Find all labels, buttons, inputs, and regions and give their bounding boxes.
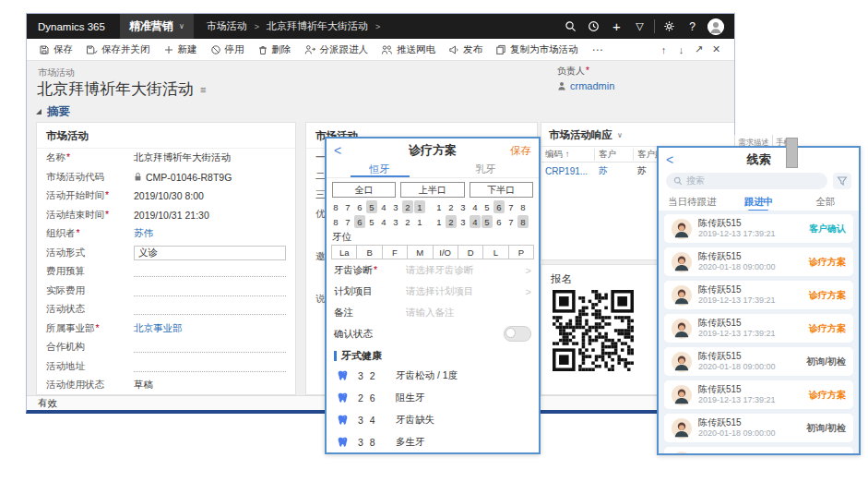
tooth-cell[interactable]: 7 bbox=[505, 215, 517, 228]
help-icon[interactable]: ? bbox=[681, 14, 704, 39]
field-value[interactable]: 义诊 bbox=[134, 246, 286, 260]
treatment-field-row[interactable]: 牙齿诊断*请选择牙齿诊断> bbox=[327, 259, 539, 281]
quick-create-icon[interactable]: + bbox=[605, 14, 628, 39]
field-value[interactable] bbox=[134, 304, 286, 315]
lead-list-item[interactable]: 陈传跃515 bbox=[664, 447, 853, 453]
tooth-cell[interactable]: 2 bbox=[446, 200, 457, 213]
response-card-title[interactable]: 市场活动响应 bbox=[549, 128, 612, 142]
field-value[interactable]: 2019/10/30 8:00 bbox=[134, 190, 286, 201]
surface-cell[interactable]: I/O bbox=[433, 246, 458, 259]
command-button[interactable]: 停用 bbox=[204, 39, 251, 60]
tooth-cell[interactable]: 2 bbox=[402, 215, 413, 228]
tooth-cell[interactable]: 6 bbox=[493, 215, 505, 228]
treatment-field-row[interactable]: 计划项目请选择计划项目> bbox=[327, 281, 539, 302]
mouth-region-button[interactable]: 全口 bbox=[332, 182, 396, 198]
field-value[interactable]: 2019/10/31 21:30 bbox=[134, 210, 286, 221]
command-button[interactable]: 新建 bbox=[157, 39, 204, 60]
tab-当日待跟进[interactable]: 当日待跟进 bbox=[659, 194, 725, 212]
breadcrumb-entity[interactable]: 市场活动 bbox=[207, 19, 247, 33]
tooth-cell[interactable]: 2 bbox=[402, 200, 413, 213]
field-value[interactable]: 草稿 bbox=[134, 379, 286, 392]
tooth-cell[interactable]: 6 bbox=[493, 200, 505, 213]
command-button[interactable]: 发布 bbox=[442, 39, 489, 60]
table-cell[interactable]: 苏 bbox=[595, 164, 634, 177]
tooth-cell[interactable]: 5 bbox=[366, 200, 377, 213]
mouth-region-button[interactable]: 上半口 bbox=[400, 182, 464, 198]
owner-value[interactable]: crmadmin bbox=[557, 80, 614, 91]
section-summary[interactable]: 摘要 bbox=[27, 103, 734, 120]
field-value[interactable]: 北京拜博祈年大街活动 bbox=[134, 151, 286, 164]
tooth-cell[interactable]: 1 bbox=[434, 200, 445, 213]
tooth-cell[interactable]: 4 bbox=[378, 200, 389, 213]
field-value[interactable] bbox=[134, 285, 286, 296]
tooth-record-row[interactable]: 1 bbox=[327, 453, 539, 454]
lead-list-item[interactable]: 陈传跃515 2019-12-13 17:39:21 客户确认 bbox=[664, 214, 853, 243]
breadcrumb-record[interactable]: 北京拜博祈年大街活动 bbox=[267, 19, 368, 33]
search-icon[interactable] bbox=[559, 14, 582, 39]
field-value[interactable]: CMP-01046-R8T9G bbox=[134, 172, 286, 183]
tooth-cell[interactable]: 3 bbox=[390, 200, 401, 213]
tab-跟进中[interactable]: 跟进中 bbox=[725, 194, 791, 212]
field-value[interactable]: 苏伟 bbox=[134, 227, 286, 240]
tooth-cell[interactable]: 1 bbox=[414, 200, 425, 213]
previous-record-icon[interactable]: ↑ bbox=[655, 44, 672, 55]
tooth-cell[interactable]: 7 bbox=[342, 200, 353, 213]
popout-icon[interactable]: ↗ bbox=[690, 43, 707, 55]
field-value[interactable] bbox=[134, 361, 286, 372]
tooth-record-row[interactable]: 3 4 牙齿缺失 bbox=[327, 409, 539, 431]
command-button[interactable]: 分派跟进人 bbox=[298, 39, 375, 60]
settings-gear-icon[interactable] bbox=[658, 14, 681, 39]
table-cell[interactable]: CRP191... bbox=[541, 166, 595, 176]
save-button[interactable]: 保存 bbox=[510, 144, 531, 158]
lead-list-item[interactable]: 陈传跃515 2019-12-13 17:39:21 诊疗方案 bbox=[664, 380, 853, 409]
tooth-cell[interactable]: 6 bbox=[354, 215, 365, 228]
close-icon[interactable]: ✕ bbox=[707, 43, 725, 55]
command-button[interactable]: 保存并关闭 bbox=[79, 39, 157, 60]
next-record-icon[interactable]: ↓ bbox=[672, 44, 690, 55]
lead-list-item[interactable]: 陈传跃515 2020-01-18 09:00:00 初询/初检 bbox=[664, 414, 853, 442]
form-switcher-icon[interactable]: ≡ bbox=[200, 84, 206, 95]
tooth-cell[interactable]: 5 bbox=[482, 215, 493, 228]
tooth-cell[interactable]: 4 bbox=[470, 200, 481, 213]
tooth-record-row[interactable]: 3 2 牙齿松动 / 1度 bbox=[327, 365, 539, 387]
treatment-field-row[interactable]: 备注请输入备注 bbox=[327, 302, 539, 323]
lead-list-item[interactable]: 陈传跃515 2019-12-13 17:39:21 诊疗方案 bbox=[664, 281, 853, 309]
back-icon[interactable]: < bbox=[334, 143, 354, 158]
tooth-cell[interactable]: 2 bbox=[446, 215, 457, 228]
search-input[interactable]: 搜索 bbox=[666, 173, 827, 189]
surface-cell[interactable]: M bbox=[407, 246, 432, 259]
tooth-cell[interactable]: 8 bbox=[330, 215, 341, 228]
field-value[interactable]: 北京事业部 bbox=[134, 322, 286, 335]
tab-inactive[interactable]: 乳牙 bbox=[433, 161, 539, 177]
tooth-cell[interactable]: 5 bbox=[366, 215, 377, 228]
command-button[interactable]: 删除 bbox=[251, 39, 298, 60]
recent-items-icon[interactable] bbox=[582, 14, 605, 39]
tab-active[interactable]: 恒牙 bbox=[327, 161, 433, 177]
tooth-cell[interactable]: 5 bbox=[482, 200, 493, 213]
tooth-cell[interactable]: 7 bbox=[342, 215, 353, 228]
tooth-cell[interactable]: 8 bbox=[517, 200, 529, 213]
mouth-region-button[interactable]: 下半口 bbox=[470, 182, 533, 198]
tooth-cell[interactable]: 4 bbox=[470, 215, 481, 228]
filter-icon[interactable]: ▽ bbox=[628, 14, 651, 39]
surface-cell[interactable]: P bbox=[508, 246, 533, 259]
tooth-cell[interactable]: 8 bbox=[517, 215, 529, 228]
lead-list-item[interactable]: 陈传跃515 2019-12-13 17:39:21 诊疗方案 bbox=[664, 314, 853, 343]
surface-cell[interactable]: B bbox=[356, 246, 381, 259]
surface-cell[interactable]: L bbox=[482, 246, 507, 259]
tooth-cell[interactable]: 1 bbox=[434, 215, 445, 228]
back-icon[interactable]: < bbox=[666, 152, 686, 167]
confirm-toggle[interactable] bbox=[504, 326, 531, 342]
surface-cell[interactable]: F bbox=[382, 246, 407, 259]
column-header[interactable]: 客户 bbox=[595, 149, 634, 161]
tooth-cell[interactable]: 3 bbox=[458, 200, 469, 213]
tooth-record-row[interactable]: 2 6 阻生牙 bbox=[327, 387, 539, 409]
tooth-record-row[interactable]: 3 8 多生牙 bbox=[327, 431, 539, 453]
tooth-cell[interactable]: 7 bbox=[505, 200, 517, 213]
surface-cell[interactable]: D bbox=[458, 246, 482, 259]
field-value[interactable] bbox=[134, 266, 286, 277]
tooth-cell[interactable]: 8 bbox=[330, 200, 341, 213]
command-button[interactable]: 复制为市场活动 bbox=[489, 39, 585, 60]
tab-全部[interactable]: 全部 bbox=[792, 194, 859, 212]
tooth-cell[interactable]: 3 bbox=[390, 215, 401, 228]
